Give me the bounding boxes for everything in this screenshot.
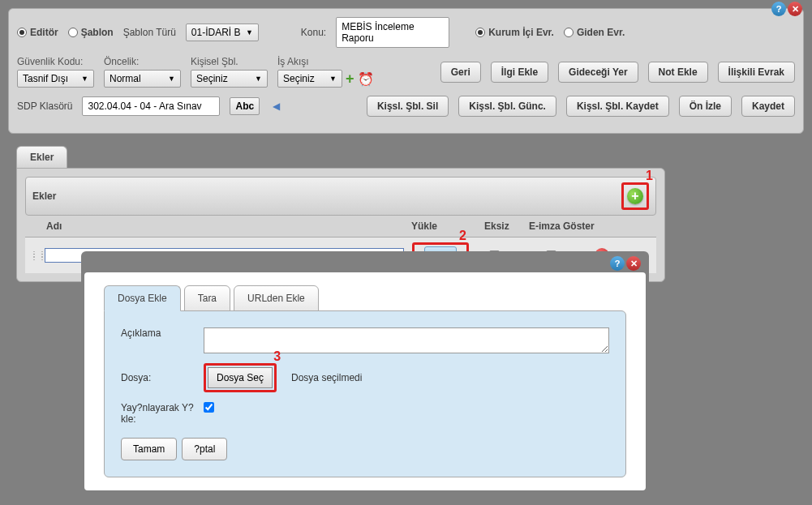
main-form-panel: Editör Şablon Şablon Türü 01-İDARİ B▼ Ko…	[8, 8, 804, 134]
dialog-help-icon[interactable]: ?	[610, 256, 625, 271]
dialog-titlebar: ? ✕	[84, 255, 646, 272]
yayin-row: Yay?nlayarak Y?kle:	[121, 402, 609, 425]
sbl-gunc-button[interactable]: Kişsl. Şbl. Günc.	[458, 96, 556, 117]
sdp-input[interactable]: 302.04.04 - 04 - Ara Sınav	[82, 96, 220, 116]
aciklama-textarea[interactable]	[204, 327, 609, 353]
konu-label: Konu:	[301, 27, 326, 38]
sdp-label: SDP Klasörü	[17, 101, 72, 112]
drag-handle-icon[interactable]: ⋮⋮⋮⋮	[30, 253, 40, 258]
sbl-sil-button[interactable]: Kişsl. Şbl. Sil	[367, 96, 449, 117]
isakisi-field: İş Akışı Seçiniz▼ + ⏰	[277, 56, 374, 88]
kisisel-dropdown[interactable]: Seçiniz▼	[191, 70, 268, 88]
kaydet-button[interactable]: Kaydet	[741, 96, 795, 117]
ekler-header-label: Ekler	[32, 190, 56, 202]
ilgi-ekle-button[interactable]: İlgi Ekle	[491, 62, 548, 83]
radio-icon	[564, 28, 574, 37]
form-row-1: Editör Şablon Şablon Türü 01-İDARİ B▼ Ko…	[17, 17, 795, 48]
ekler-table-head: Adı Yükle Eksiz E-imza Göster	[25, 216, 656, 238]
guvenlik-field: Güvenlik Kodu: Tasnif Dışı▼	[17, 56, 94, 88]
giden-evr-label: Giden Evr.	[577, 27, 625, 38]
guvenlik-value: Tasnif Dışı	[23, 73, 68, 84]
isakisi-value: Seçiniz	[283, 73, 315, 84]
dialog-buttons: Tamam ?ptal	[121, 438, 609, 460]
oncelik-value: Normal	[110, 73, 141, 84]
giden-evr-radio[interactable]: Giden Evr.	[564, 27, 625, 38]
editor-label: Editör	[30, 27, 58, 38]
not-ekle-button[interactable]: Not Ekle	[648, 62, 708, 83]
prev-arrow-icon[interactable]: ◀	[269, 101, 283, 112]
editor-radio[interactable]: Editör	[17, 27, 58, 38]
sablon-turu-value: 01-İDARİ B	[191, 27, 241, 38]
guvenlik-label: Güvenlik Kodu:	[17, 56, 94, 67]
add-ekler-button[interactable]: +	[627, 188, 643, 204]
clock-icon[interactable]: ⏰	[358, 71, 374, 87]
konu-input[interactable]: MEBİS İnceleme Raporu	[336, 17, 449, 48]
isakisi-label: İş Akışı	[277, 56, 374, 67]
sablon-turu-dropdown[interactable]: 01-İDARİ B▼	[186, 24, 259, 41]
ekler-tab-container: Ekler	[24, 146, 812, 168]
oncelik-field: Öncelik: Normal▼	[104, 56, 181, 88]
sablon-radio[interactable]: Şablon	[68, 27, 114, 38]
col-eksiz-header: Eksiz	[484, 220, 529, 232]
dialog-tabs: Dosya Ekle Tara URLden Ekle	[104, 285, 626, 311]
window-controls: ? ✕	[771, 2, 802, 16]
marker-2: 2	[459, 229, 466, 243]
tamam-button[interactable]: Tamam	[121, 438, 177, 460]
tab-tara[interactable]: Tara	[184, 285, 230, 311]
yayin-label: Yay?nlayarak Y?kle:	[121, 402, 194, 425]
tab-urlden-ekle[interactable]: URLden Ekle	[234, 285, 319, 311]
geri-button[interactable]: Geri	[440, 62, 481, 83]
file-status-text: Dosya seçilmedi	[291, 372, 362, 383]
col-adi-header: Adı	[30, 220, 411, 232]
marker-1: 1	[646, 169, 653, 183]
col-eimza-header: E-imza Göster	[529, 220, 610, 232]
sablon-label: Şablon	[81, 27, 114, 38]
dosya-sec-button[interactable]: Dosya Seç	[208, 367, 273, 388]
dosya-sec-highlight: 3 Dosya Seç	[204, 363, 277, 392]
dialog-close-icon[interactable]: ✕	[626, 256, 641, 271]
oncelik-dropdown[interactable]: Normal▼	[104, 70, 181, 88]
close-icon[interactable]: ✕	[788, 2, 802, 16]
dosya-row: Dosya: 3 Dosya Seç Dosya seçilmedi	[121, 363, 609, 392]
kisisel-field: Kişisel Şbl. Seçiniz▼	[191, 56, 268, 88]
form-row-3: SDP Klasörü 302.04.04 - 04 - Ara Sınav A…	[17, 96, 795, 117]
chevron-down-icon: ▼	[168, 75, 175, 83]
aciklama-label: Açıklama	[121, 327, 194, 339]
gidecegi-yer-button[interactable]: Gideceği Yer	[558, 62, 638, 83]
kurum-ici-label: Kurum İçi Evr.	[488, 27, 554, 38]
dosya-label: Dosya:	[121, 372, 194, 383]
col-yukle-header: Yükle	[411, 220, 484, 232]
plus-icon[interactable]: +	[346, 71, 354, 88]
chevron-down-icon: ▼	[329, 75, 337, 83]
kisisel-value: Seçiniz	[196, 73, 228, 84]
ekler-tab[interactable]: Ekler	[16, 146, 67, 168]
marker-3: 3	[273, 349, 281, 364]
form-row-2: Güvenlik Kodu: Tasnif Dışı▼ Öncelik: Nor…	[17, 56, 795, 88]
tab-dosya-ekle[interactable]: Dosya Ekle	[104, 285, 181, 311]
sbl-kaydet-button[interactable]: Kişsl. Şbl. Kaydet	[566, 96, 669, 117]
file-upload-dialog: ? ✕ Dosya Ekle Tara URLden Ekle Açıklama…	[81, 251, 649, 494]
isakisi-dropdown[interactable]: Seçiniz▼	[277, 70, 342, 88]
onizle-button[interactable]: Ön İzle	[679, 96, 732, 117]
radio-checked-icon	[475, 28, 485, 37]
radio-checked-icon	[17, 28, 27, 37]
kurum-ici-radio[interactable]: Kurum İçi Evr.	[475, 27, 554, 38]
radio-icon	[68, 28, 78, 37]
add-ekler-highlight: 1 +	[621, 182, 649, 210]
guvenlik-dropdown[interactable]: Tasnif Dışı▼	[17, 70, 94, 88]
dialog-content: Açıklama Dosya: 3 Dosya Seç Dosya seçilm…	[104, 310, 626, 477]
help-icon[interactable]: ?	[771, 2, 786, 16]
chevron-down-icon: ▼	[81, 75, 88, 83]
dialog-body: Dosya Ekle Tara URLden Ekle Açıklama Dos…	[84, 272, 646, 490]
abc-button[interactable]: Abc	[230, 97, 260, 115]
sablon-turu-label: Şablon Türü	[123, 27, 176, 38]
yayin-checkbox[interactable]	[204, 402, 214, 413]
aciklama-row: Açıklama	[121, 327, 609, 353]
iptal-button[interactable]: ?ptal	[182, 438, 227, 460]
chevron-down-icon: ▼	[246, 28, 253, 36]
ekler-header: Ekler 1 +	[25, 177, 656, 216]
kisisel-label: Kişisel Şbl.	[191, 56, 268, 67]
chevron-down-icon: ▼	[255, 75, 262, 83]
oncelik-label: Öncelik:	[104, 56, 181, 67]
iliskili-evrak-button[interactable]: İlişkili Evrak	[718, 62, 795, 83]
